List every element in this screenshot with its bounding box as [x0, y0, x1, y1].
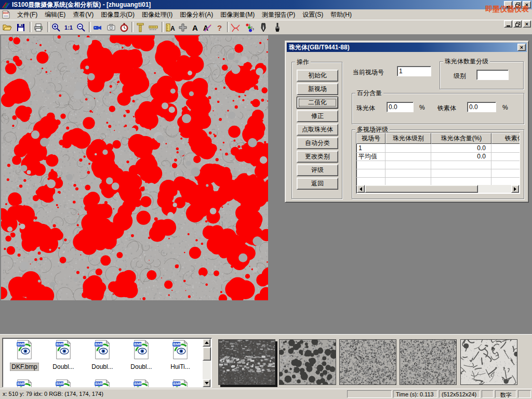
scroll-down-button[interactable] [203, 379, 210, 387]
toolbar-separator [131, 22, 134, 32]
help-button[interactable]: ? [214, 21, 226, 33]
save-button[interactable] [15, 21, 27, 33]
table-row-2[interactable] [356, 161, 520, 169]
caliper-horizontal-button[interactable] [147, 21, 159, 33]
table-row-1[interactable]: 平均值0.0 [356, 152, 520, 161]
table-row-3[interactable] [356, 169, 520, 178]
op-button-1[interactable]: 新视场 [297, 83, 338, 95]
ferrite-percent-input[interactable] [467, 102, 496, 112]
op-button-6[interactable]: 更改类别 [297, 151, 338, 163]
menu-item-3[interactable]: 图像显示(D) [97, 9, 138, 20]
file-item-3[interactable]: BMPDoubl... [123, 340, 160, 371]
caliper-vertical-button[interactable] [134, 21, 147, 33]
snapshot-button[interactable] [105, 21, 117, 33]
dialog-close-button[interactable]: × [517, 44, 526, 51]
caliper-vertical-icon [135, 22, 145, 33]
table-column-header-0[interactable]: 视场号 [356, 133, 385, 144]
op-button-0[interactable]: 初始化 [297, 70, 338, 82]
table-hscrollbar[interactable] [357, 185, 519, 193]
sample-thumbnail-2[interactable] [339, 339, 396, 385]
video-camera-icon [92, 22, 103, 33]
count-points-icon: 1 2 3 [244, 22, 255, 33]
menu-item-6[interactable]: 图像测量(M) [217, 9, 258, 20]
op-button-5[interactable]: 自动分类 [297, 137, 338, 149]
bmp-file-icon: BMP [55, 340, 72, 360]
zoom-in-button[interactable] [50, 21, 62, 33]
table-cell-3-2 [431, 169, 491, 177]
file-item-row2-0[interactable]: BMP [6, 379, 43, 388]
count-points-button[interactable]: 1 2 3 [243, 21, 256, 33]
menu-item-2[interactable]: 查看(V) [69, 9, 97, 20]
file-item-4[interactable]: BMPHuiTi... [162, 340, 199, 371]
file-item-row2-4[interactable]: BMP [162, 379, 199, 388]
table-column-header-2[interactable]: 珠光体含量(%) [431, 133, 491, 144]
scroll-right-button[interactable] [511, 185, 519, 193]
open-button[interactable] [1, 21, 14, 33]
op-button-4[interactable]: 点取珠光体 [297, 124, 338, 136]
file-item-1[interactable]: BMPDoubl... [45, 340, 82, 371]
mdi-restore-icon [515, 22, 520, 26]
pearlite-percent-input[interactable] [387, 102, 414, 112]
menu-item-0[interactable]: 文件(F) [14, 9, 41, 20]
menu-items: 文件(F)编辑(E)查看(V)图像显示(D)图像处理(I)图像分析(A)图像测量… [14, 9, 355, 20]
mdi-minimize-button[interactable] [504, 20, 512, 28]
text-edit-icon: A [202, 22, 212, 33]
op-button-2[interactable]: 二值化 [297, 97, 338, 109]
scroll-left-button[interactable] [357, 185, 365, 193]
file-item-row2-2[interactable]: BMP [84, 379, 121, 388]
sample-thumbnail-3[interactable] [400, 339, 457, 385]
measure-label-button[interactable]: A [164, 21, 177, 33]
timer-button[interactable] [118, 21, 130, 33]
text-edit-button[interactable]: A [201, 21, 214, 33]
op-button-8[interactable]: 返回 [297, 178, 338, 190]
level-input[interactable] [476, 70, 509, 80]
svg-text:A: A [192, 23, 198, 32]
video-camera-button[interactable] [91, 21, 104, 33]
table-column-header-3[interactable]: 铁素体含量(%) [491, 133, 520, 144]
op-button-3[interactable]: 修正 [297, 110, 338, 122]
document-icon[interactable]: DOC [2, 10, 10, 19]
sample-thumbnail-1[interactable] [279, 339, 336, 385]
svg-text:?: ? [217, 23, 222, 32]
table-column-header-1[interactable]: 珠光体级别 [385, 133, 431, 144]
brush-button[interactable] [271, 21, 284, 33]
actual-size-button[interactable]: 1:1 [62, 21, 75, 33]
sample-thumbnail-0[interactable] [218, 339, 275, 385]
table-row-0[interactable]: 10.0 [356, 144, 520, 153]
file-vscrollbar[interactable] [203, 339, 211, 387]
scroll-up-button[interactable] [203, 339, 210, 347]
file-item-row2-3[interactable]: BMP [123, 379, 160, 388]
file-item-2[interactable]: BMPDoubl... [84, 340, 121, 371]
file-icon-wrap: BMP [84, 340, 121, 362]
menu-item-1[interactable]: 编辑(E) [41, 9, 69, 20]
menu-item-4[interactable]: 图像处理(I) [138, 9, 176, 20]
menu-item-8[interactable]: 设置(S) [299, 9, 327, 20]
print-button[interactable] [32, 21, 45, 33]
zoom-out-button[interactable] [75, 21, 87, 33]
sample-thumbnail-4[interactable] [460, 339, 517, 385]
curve-tool-button[interactable] [229, 21, 242, 33]
scroll-thumb[interactable] [365, 185, 478, 193]
toolbar: 1:1 [0, 20, 532, 35]
multiview-table[interactable]: 视场号珠光体级别珠光体含量(%)铁素体含量(%) 10.0平均值0.0 [356, 132, 520, 194]
move-cross-icon [178, 22, 188, 33]
bmp-file-icon: BMP [55, 379, 72, 388]
file-item-row2-1[interactable]: BMP [45, 379, 82, 388]
current-view-input[interactable] [397, 66, 431, 76]
menu-item-9[interactable]: 帮助(H) [327, 9, 355, 20]
mdi-restore-button[interactable] [513, 20, 522, 28]
move-button[interactable] [177, 21, 189, 33]
pen-button[interactable] [257, 21, 270, 33]
file-browser[interactable]: BMPDKF.bmpBMPDoubl...BMPDoubl...BMPDoubl… [2, 338, 212, 388]
text-button[interactable]: A [189, 21, 202, 33]
scroll-thumb[interactable] [203, 347, 211, 361]
file-icon-wrap: BMP [6, 379, 43, 388]
file-item-0[interactable]: BMPDKF.bmp [6, 340, 43, 371]
metallographic-image[interactable] [1, 35, 268, 300]
op-button-7[interactable]: 评级 [297, 164, 338, 176]
open-folder-icon [2, 22, 12, 33]
dialog-title-bar[interactable]: 珠光体(GB/T9441-88) × [287, 43, 527, 52]
menu-item-7[interactable]: 测量报告(P) [258, 9, 299, 20]
menu-item-5[interactable]: 图像分析(A) [176, 9, 217, 20]
mdi-close-button[interactable]: × [523, 20, 531, 28]
